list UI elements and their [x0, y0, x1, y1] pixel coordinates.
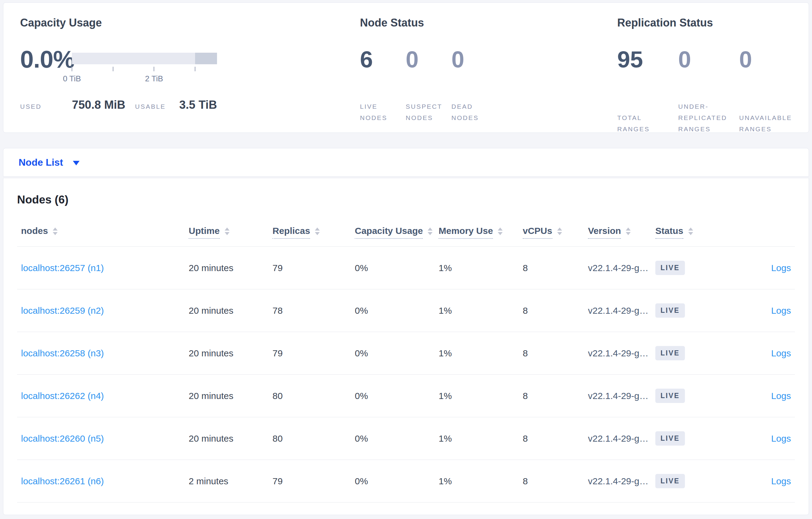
node-list-dropdown-label: Node List — [19, 157, 63, 168]
replication-status-section: Replication Status 9500 TOTAL RANGESUNDE… — [617, 16, 800, 134]
nodes-section-title: Nodes (6) — [17, 193, 795, 207]
uptime-cell: 2 minutes — [185, 476, 268, 486]
sort-desc-arrow — [315, 232, 320, 235]
node-address-cell: localhost:26262 (n4) — [17, 391, 185, 401]
capacity-bar-tick — [113, 67, 113, 71]
node-stat-value: 6 — [360, 47, 406, 71]
sort-icon — [225, 227, 230, 235]
status-badge: LIVE — [655, 431, 685, 446]
sort-asc-arrow — [557, 227, 562, 231]
capacity-usage-cell: 0% — [351, 476, 435, 486]
node-address-cell: localhost:26261 (n6) — [17, 476, 185, 486]
sort-asc-arrow — [428, 227, 433, 231]
capacity-usage-bar: 0 TiB2 TiB — [72, 53, 217, 71]
uptime-cell: 20 minutes — [185, 433, 268, 444]
node-address-link[interactable]: localhost:26258 (n3) — [21, 348, 104, 358]
replicas-cell: 80 — [268, 391, 351, 401]
memory-use-cell: 1% — [435, 391, 519, 401]
logs-cell: Logs — [728, 391, 795, 401]
logs-link[interactable]: Logs — [771, 348, 791, 358]
vcpus-cell: 8 — [519, 348, 584, 359]
replicas-cell: 78 — [268, 305, 351, 316]
node-address-link[interactable]: localhost:26260 (n5) — [21, 433, 104, 444]
view-selector-bar: Node List — [3, 148, 809, 177]
replication-stat-label: UNAVAILABLE RANGES — [739, 112, 800, 134]
logs-link[interactable]: Logs — [771, 433, 791, 444]
sort-icon — [688, 227, 693, 235]
version-cell: v22.1.4-29-g… — [584, 348, 651, 359]
capacity-usage-section: Capacity Usage 0.0% 0 TiB2 TiB USED 750.… — [20, 16, 217, 112]
column-header-label: Memory Use — [439, 226, 493, 239]
status-cell: LIVE — [651, 474, 728, 488]
capacity-bar-reserved-segment — [195, 53, 217, 64]
node-stat-label: SUSPECT NODES — [406, 101, 452, 123]
column-header-uptime[interactable]: Uptime — [185, 218, 268, 246]
logs-link[interactable]: Logs — [771, 263, 791, 273]
replication-stat-value: 95 — [617, 47, 678, 71]
sort-icon — [557, 227, 562, 235]
column-header-nodes[interactable]: nodes — [17, 218, 185, 246]
status-cell: LIVE — [651, 303, 728, 318]
memory-use-cell: 1% — [435, 433, 519, 444]
sort-desc-arrow — [557, 232, 562, 235]
sort-desc-arrow — [428, 232, 433, 235]
status-badge: LIVE — [655, 474, 685, 488]
replication-status-labels: TOTAL RANGESUNDER-REPLICATED RANGESUNAVA… — [617, 101, 800, 134]
column-header-status[interactable]: Status — [651, 218, 728, 246]
column-header-logs — [728, 218, 795, 246]
node-address-link[interactable]: localhost:26262 (n4) — [21, 391, 104, 401]
column-header-memory-use[interactable]: Memory Use — [435, 218, 519, 246]
node-address-cell: localhost:26258 (n3) — [17, 348, 185, 359]
table-row: localhost:26259 (n2)20 minutes780%1%8v22… — [17, 289, 795, 332]
column-header-label: Status — [655, 226, 684, 239]
capacity-usage-cell: 0% — [351, 263, 435, 273]
logs-link[interactable]: Logs — [771, 305, 791, 315]
vcpus-cell: 8 — [519, 476, 584, 486]
node-address-cell: localhost:26257 (n1) — [17, 263, 185, 273]
replication-status-values: 9500 — [617, 47, 800, 71]
used-label: USED — [20, 103, 72, 110]
logs-cell: Logs — [728, 476, 795, 486]
logs-link[interactable]: Logs — [771, 391, 791, 401]
sort-icon — [498, 227, 503, 235]
node-list-dropdown[interactable]: Node List — [19, 157, 80, 168]
node-stat-label: LIVE NODES — [360, 101, 406, 123]
vcpus-cell: 8 — [519, 391, 584, 401]
replicas-cell: 79 — [268, 476, 351, 486]
vcpus-cell: 8 — [519, 433, 584, 444]
capacity-bar-track — [72, 53, 217, 64]
node-address-link[interactable]: localhost:26257 (n1) — [21, 263, 104, 273]
capacity-usage-cell: 0% — [351, 433, 435, 444]
logs-link[interactable]: Logs — [771, 476, 791, 486]
replication-stat-value: 0 — [739, 47, 800, 71]
node-status-labels: LIVE NODESSUSPECT NODESDEAD NODES — [360, 101, 497, 123]
version-cell: v22.1.4-29-g… — [584, 263, 651, 273]
column-header-capacity-usage[interactable]: Capacity Usage — [351, 218, 435, 246]
used-value: 750.8 MiB — [72, 98, 135, 112]
column-header-label: Version — [588, 226, 621, 239]
memory-use-cell: 1% — [435, 348, 519, 359]
column-header-label: nodes — [21, 226, 48, 239]
replication-status-title: Replication Status — [617, 16, 800, 30]
column-header-replicas[interactable]: Replicas — [268, 218, 351, 246]
column-header-vcpus[interactable]: vCPUs — [519, 218, 584, 246]
column-header-version[interactable]: Version — [584, 218, 651, 246]
node-address-link[interactable]: localhost:26261 (n6) — [21, 476, 104, 486]
cluster-overview-page: Capacity Usage 0.0% 0 TiB2 TiB USED 750.… — [0, 0, 812, 517]
nodes-table-card: Nodes (6) nodesUptimeReplicasCapacity Us… — [3, 178, 809, 515]
uptime-cell: 20 minutes — [185, 391, 268, 401]
uptime-cell: 20 minutes — [185, 305, 268, 316]
status-cell: LIVE — [651, 431, 728, 446]
logs-cell: Logs — [728, 305, 795, 316]
memory-use-cell: 1% — [435, 305, 519, 316]
node-status-values: 600 — [360, 47, 497, 71]
sort-asc-arrow — [53, 227, 58, 231]
sort-asc-arrow — [498, 227, 503, 231]
sort-desc-arrow — [626, 232, 631, 235]
usable-value: 3.5 TiB — [179, 98, 217, 112]
version-cell: v22.1.4-29-g… — [584, 476, 651, 486]
capacity-usage-cell: 0% — [351, 305, 435, 316]
node-address-link[interactable]: localhost:26259 (n2) — [21, 305, 104, 315]
capacity-usage-cell: 0% — [351, 391, 435, 401]
capacity-usage-cell: 0% — [351, 348, 435, 359]
